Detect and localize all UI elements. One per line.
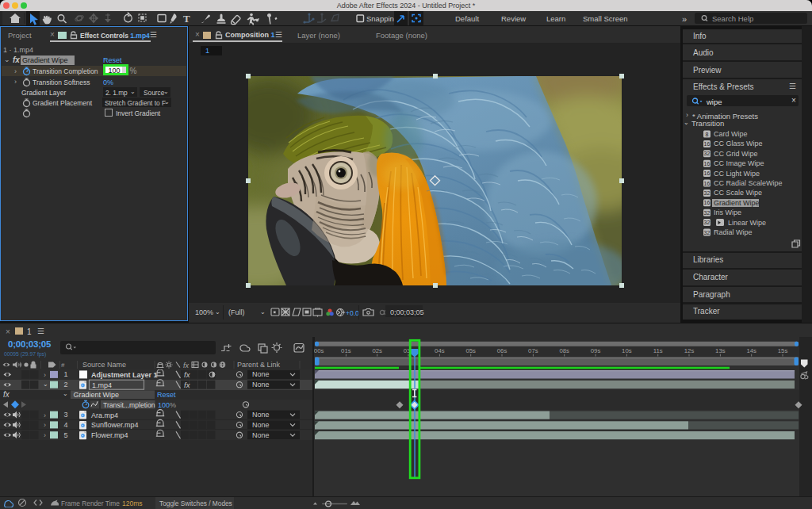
svg-text:Sunflower.mp4: Sunflower.mp4 bbox=[91, 421, 139, 429]
svg-text:32: 32 bbox=[704, 151, 710, 156]
svg-text:fx: fx bbox=[183, 361, 190, 369]
svg-text:16: 16 bbox=[704, 140, 710, 146]
svg-text:14s: 14s bbox=[746, 347, 756, 354]
svg-text:Gradient Wipe: Gradient Wipe bbox=[714, 198, 760, 206]
svg-text:07s: 07s bbox=[528, 347, 538, 354]
svg-text:Ara.mp4: Ara.mp4 bbox=[91, 411, 118, 419]
svg-text:10s: 10s bbox=[622, 347, 632, 354]
svg-text:32: 32 bbox=[704, 220, 710, 225]
svg-text:⌄: ⌄ bbox=[63, 390, 68, 397]
svg-text:08s: 08s bbox=[559, 347, 569, 354]
svg-text:04s: 04s bbox=[435, 347, 445, 354]
svg-text:05s: 05s bbox=[465, 347, 476, 354]
svg-text:CC Glass Wipe: CC Glass Wipe bbox=[714, 140, 763, 147]
svg-text:Linear Wipe: Linear Wipe bbox=[728, 218, 766, 226]
svg-text:Transit...mpletion: Transit...mpletion bbox=[103, 401, 155, 409]
svg-text:›: › bbox=[44, 411, 46, 419]
svg-text:Flower.mp4: Flower.mp4 bbox=[91, 431, 128, 439]
svg-text:32: 32 bbox=[704, 209, 710, 215]
svg-text:16: 16 bbox=[704, 160, 710, 166]
svg-text:Learn: Learn bbox=[546, 14, 565, 23]
svg-text:1: 1 bbox=[64, 370, 68, 378]
svg-text:16: 16 bbox=[704, 170, 710, 176]
svg-text:Gradient Wipe: Gradient Wipe bbox=[74, 391, 120, 399]
svg-text:CC Scale Wipe: CC Scale Wipe bbox=[714, 189, 762, 197]
svg-text:09s: 09s bbox=[591, 347, 601, 354]
svg-text:11s: 11s bbox=[653, 347, 663, 354]
svg-text:Parent & Link: Parent & Link bbox=[237, 361, 281, 369]
svg-text:2: 2 bbox=[64, 381, 68, 388]
svg-text:+0.0: +0.0 bbox=[346, 309, 359, 317]
svg-text:›: › bbox=[44, 431, 46, 439]
svg-text:›: › bbox=[44, 421, 46, 429]
svg-text:16: 16 bbox=[704, 180, 710, 186]
svg-text:02s: 02s bbox=[372, 347, 382, 354]
svg-text::00s: :00s bbox=[314, 347, 324, 354]
svg-text:1.mp4: 1.mp4 bbox=[92, 381, 112, 389]
svg-text:8: 8 bbox=[706, 131, 709, 136]
svg-text:Source Name: Source Name bbox=[82, 361, 126, 369]
svg-text:01s: 01s bbox=[341, 347, 351, 354]
svg-text:Review: Review bbox=[501, 14, 526, 23]
svg-text:Search Help: Search Help bbox=[712, 14, 753, 23]
svg-text:32: 32 bbox=[704, 229, 710, 235]
svg-text:›: › bbox=[44, 371, 46, 379]
svg-text:06s: 06s bbox=[497, 347, 508, 354]
svg-text:Reset: Reset bbox=[157, 391, 176, 399]
svg-text:5: 5 bbox=[64, 431, 68, 439]
svg-text:32: 32 bbox=[704, 189, 710, 195]
svg-text:fx: fx bbox=[3, 390, 10, 399]
svg-text:4: 4 bbox=[64, 421, 68, 429]
svg-text:⌄: ⌄ bbox=[43, 381, 48, 388]
svg-text:T: T bbox=[183, 13, 190, 25]
svg-text:Small Screen: Small Screen bbox=[583, 14, 628, 23]
svg-text:CC Radial ScaleWipe: CC Radial ScaleWipe bbox=[714, 179, 783, 187]
svg-text:15s: 15s bbox=[778, 347, 788, 354]
svg-text:Default: Default bbox=[455, 14, 479, 23]
svg-text:%: % bbox=[170, 401, 176, 409]
svg-text:Card Wipe: Card Wipe bbox=[714, 130, 748, 138]
svg-text:»: » bbox=[682, 14, 687, 24]
svg-text:Iris Wipe: Iris Wipe bbox=[714, 209, 741, 216]
svg-text:CC Light Wipe: CC Light Wipe bbox=[714, 169, 760, 177]
svg-text:Adjustment Layer 1: Adjustment Layer 1 bbox=[91, 371, 158, 379]
svg-text:12s: 12s bbox=[684, 347, 695, 354]
svg-text:#: # bbox=[61, 362, 65, 369]
svg-text:16: 16 bbox=[704, 200, 710, 205]
svg-text:Snapping: Snapping bbox=[366, 14, 398, 23]
svg-text:3: 3 bbox=[64, 411, 68, 419]
svg-text:100: 100 bbox=[158, 401, 170, 409]
svg-text:fx: fx bbox=[184, 370, 191, 379]
svg-text:fx: fx bbox=[184, 381, 191, 389]
svg-text:Radial Wipe: Radial Wipe bbox=[714, 228, 753, 236]
svg-text:13s: 13s bbox=[715, 347, 726, 354]
svg-text:CC Grid Wipe: CC Grid Wipe bbox=[714, 149, 758, 157]
svg-text:CC Image Wipe: CC Image Wipe bbox=[714, 159, 764, 167]
